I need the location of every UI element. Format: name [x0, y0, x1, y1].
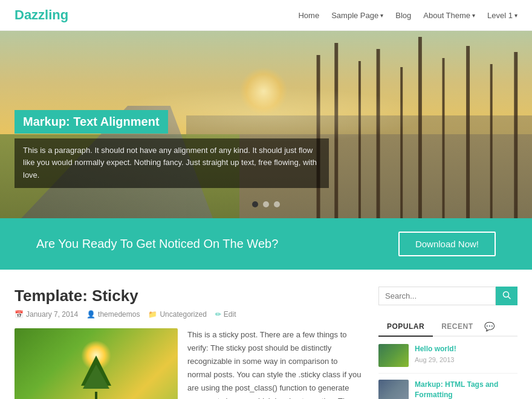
- cta-text: Are You Ready To Get Noticed On The Web?: [36, 237, 278, 251]
- tab-popular[interactable]: POPULAR: [378, 317, 433, 337]
- sidebar-post-info-1: Hello world! Aug 29, 2013: [415, 344, 517, 363]
- search-input[interactable]: [378, 287, 496, 305]
- nav-label-home: Home: [298, 11, 319, 20]
- hero-description: This is a paragraph. It should not have …: [15, 138, 329, 188]
- svg-rect-6: [443, 58, 445, 218]
- chevron-down-icon: ▾: [380, 12, 383, 19]
- slider-dot-1[interactable]: [252, 201, 258, 207]
- post-edit-link[interactable]: ✏ Edit: [215, 310, 236, 319]
- nav-item-level1[interactable]: Level 1 ▾: [487, 11, 517, 20]
- post-date: 📅 January 7, 2014: [15, 310, 78, 319]
- download-now-button[interactable]: Download Now!: [398, 232, 496, 256]
- post-meta: 📅 January 7, 2014 👤 themedemos 📁 Uncateg…: [15, 310, 362, 319]
- nav-label-sample: Sample Page: [331, 11, 378, 20]
- search-icon: [502, 291, 511, 299]
- slider-dots: [252, 201, 280, 207]
- chevron-down-icon: ▾: [514, 12, 517, 19]
- sidebar-post-thumbnail-2: [378, 380, 409, 399]
- post-excerpt: This is a sticky post. There are a few t…: [187, 328, 362, 399]
- folder-icon: 📁: [148, 310, 157, 319]
- post-title: Template: Sticky: [15, 287, 362, 305]
- slider-dot-3[interactable]: [274, 201, 280, 207]
- posts-area: Template: Sticky 📅 January 7, 2014 👤 the…: [15, 287, 362, 399]
- sidebar-post-thumbnail-1: [378, 344, 409, 367]
- search-button[interactable]: [496, 287, 517, 305]
- cta-band: Are You Ready To Get Noticed On The Web?…: [0, 218, 532, 270]
- sidebar: POPULAR RECENT 💬 Hello world! Aug 29, 20…: [378, 287, 517, 399]
- list-item: Hello world! Aug 29, 2013: [378, 338, 517, 374]
- slider-dot-2[interactable]: [263, 201, 269, 207]
- user-icon: 👤: [86, 310, 96, 319]
- search-box: [378, 287, 517, 305]
- nav-label-about: About Theme: [423, 11, 470, 20]
- main-nav: Home Sample Page ▾ Blog About Theme ▾ Le…: [298, 11, 517, 20]
- hero-caption: Markup: Text Alignment This is a paragra…: [15, 110, 329, 188]
- svg-line-14: [508, 297, 511, 299]
- edit-icon: ✏: [215, 310, 221, 319]
- sidebar-post-info-2: Markup: HTML Tags and Formatting Jan 11,…: [415, 380, 517, 399]
- thumb-tree-icon: [78, 355, 114, 399]
- nav-label-level1: Level 1: [487, 11, 513, 20]
- svg-rect-10: [95, 392, 97, 399]
- main-content: Template: Sticky 📅 January 7, 2014 👤 the…: [0, 270, 532, 399]
- sidebar-post-title-2[interactable]: Markup: HTML Tags and Formatting: [415, 380, 517, 399]
- hero-title: Markup: Text Alignment: [15, 110, 168, 134]
- sidebar-post-date-1: Aug 29, 2013: [415, 356, 517, 363]
- nav-label-blog: Blog: [395, 11, 411, 20]
- comment-icon[interactable]: 💬: [484, 322, 495, 331]
- nav-item-home[interactable]: Home: [298, 11, 319, 20]
- post-author: 👤 themedemos: [86, 310, 140, 319]
- site-logo[interactable]: Dazzling: [15, 7, 68, 23]
- nav-item-about[interactable]: About Theme ▾: [423, 11, 475, 20]
- sidebar-tabs: POPULAR RECENT 💬: [378, 317, 517, 337]
- site-header: Dazzling Home Sample Page ▾ Blog About T…: [0, 0, 532, 31]
- nav-item-sample[interactable]: Sample Page ▾: [331, 11, 383, 20]
- svg-rect-9: [514, 52, 517, 218]
- chevron-down-icon: ▾: [472, 12, 475, 19]
- list-item: Markup: HTML Tags and Formatting Jan 11,…: [378, 374, 517, 399]
- calendar-icon: 📅: [15, 310, 24, 319]
- svg-rect-7: [466, 46, 470, 218]
- post-thumbnail: [15, 328, 178, 399]
- nav-item-blog[interactable]: Blog: [395, 11, 411, 20]
- sidebar-post-title-1[interactable]: Hello world!: [415, 344, 517, 354]
- hero-slider: Markup: Text Alignment This is a paragra…: [0, 31, 532, 218]
- post-category: 📁 Uncategorized: [148, 310, 206, 319]
- tab-recent[interactable]: RECENT: [433, 317, 481, 336]
- sidebar-posts: Hello world! Aug 29, 2013 Markup: HTML T…: [378, 338, 517, 399]
- post-content: This is a sticky post. There are a few t…: [15, 328, 362, 399]
- svg-rect-8: [490, 64, 493, 218]
